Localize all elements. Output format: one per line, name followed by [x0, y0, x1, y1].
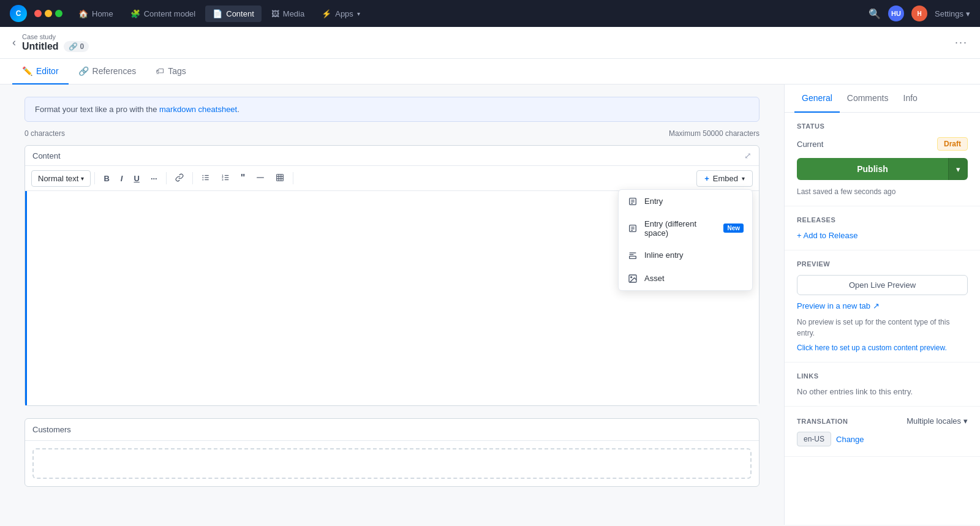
svg-point-5	[202, 179, 203, 180]
change-locale-link[interactable]: Change	[836, 435, 864, 444]
sidebar-tab-info[interactable]: Info	[896, 85, 925, 113]
translation-section: TRANSLATION Multiple locales ▾ en-US Cha…	[785, 407, 980, 457]
max-char-count: Maximum 50000 characters	[669, 129, 760, 138]
customers-box: Customers	[24, 418, 760, 487]
editor-header: Content ⤢	[25, 146, 759, 166]
toolbar-divider-4	[293, 172, 293, 184]
avatar[interactable]: HU	[888, 6, 904, 21]
svg-text:3: 3	[222, 178, 224, 181]
right-sidebar: General Comments Info STATUS Current Dra…	[784, 85, 980, 525]
entry-type-label: Case study	[22, 33, 89, 40]
publish-caret-button[interactable]: ▾	[948, 158, 968, 180]
bullet-list-icon	[202, 173, 210, 184]
preview-label: PREVIEW	[797, 260, 968, 268]
embed-option-inline-entry[interactable]: Inline entry	[619, 244, 752, 267]
asset-icon	[627, 273, 638, 284]
preview-new-tab-link[interactable]: Preview in a new tab ↗	[797, 301, 968, 310]
chevron-down-icon: ▾	[956, 165, 960, 174]
toolbar-divider-3	[192, 172, 193, 184]
app-logo[interactable]: C	[10, 5, 27, 22]
quote-icon: "	[241, 173, 246, 184]
tab-tags[interactable]: 🏷 Tags	[146, 59, 196, 85]
settings-button[interactable]: Settings ▾	[935, 9, 970, 18]
content-area: Format your text like a pro with the mar…	[0, 85, 784, 525]
inline-entry-icon	[627, 250, 638, 261]
avatar-secondary[interactable]: H	[911, 6, 927, 21]
bold-button[interactable]: B	[99, 171, 114, 186]
embed-option-entry-different-space[interactable]: Entry (different space) New	[619, 213, 752, 244]
setup-preview-link[interactable]: Click here to set up a custom content pr…	[797, 344, 947, 352]
puzzle-icon: 🧩	[130, 9, 140, 18]
nav-item-media[interactable]: 🖼 Media	[264, 6, 312, 22]
table-button[interactable]	[271, 170, 289, 187]
plus-icon: +	[704, 174, 709, 183]
customers-dashed-area[interactable]	[32, 448, 752, 479]
sidebar-tab-general[interactable]: General	[794, 85, 840, 113]
status-badge: Draft	[937, 137, 968, 151]
chevron-down-icon: ▾	[81, 175, 84, 182]
publish-btn-row: Publish ▾	[797, 158, 968, 180]
tab-references[interactable]: 🔗 References	[69, 59, 146, 85]
window-close-dot[interactable]	[34, 10, 42, 17]
nav-item-apps[interactable]: ⚡ Apps ▾	[314, 6, 368, 22]
embed-option-entry[interactable]: Entry	[619, 190, 752, 213]
more-options-button[interactable]: ···	[955, 36, 968, 49]
back-button[interactable]: ‹	[12, 36, 16, 49]
hr-icon	[256, 173, 265, 184]
releases-section: RELEASES + Add to Release	[785, 206, 980, 250]
customers-header: Customers	[25, 419, 759, 441]
nav-left: C 🏠 Home 🧩 Content model 📄 Content 🖼 Med…	[10, 5, 368, 22]
sidebar-tabs: General Comments Info	[785, 85, 980, 113]
preview-section: PREVIEW Open Live Preview Preview in a n…	[785, 250, 980, 363]
chevron-down-icon: ▾	[966, 9, 970, 18]
current-char-count: 0 characters	[24, 129, 65, 138]
embed-container: + Embed ▾ Entry	[696, 170, 753, 187]
bullet-list-button[interactable]	[197, 170, 215, 187]
text-style-dropdown[interactable]: Normal text ▾	[31, 170, 91, 187]
links-section-label: LINKS	[797, 372, 968, 380]
status-row: Current Draft	[797, 137, 968, 151]
media-icon: 🖼	[271, 9, 279, 18]
nav-item-content[interactable]: 📄 Content	[205, 6, 262, 22]
sidebar-tab-comments[interactable]: Comments	[840, 85, 896, 113]
nav-item-content-model[interactable]: 🧩 Content model	[123, 6, 203, 22]
editor-label: Content	[32, 151, 61, 160]
link-badge: 🔗 0	[64, 41, 89, 52]
entry-info: Case study Untitled 🔗 0	[22, 33, 89, 52]
markdown-cheatsheet-link[interactable]: markdown cheatsheet	[159, 105, 237, 114]
more-formatting-button[interactable]: ···	[146, 171, 162, 186]
tab-editor[interactable]: ✏️ Editor	[12, 59, 69, 85]
tags-icon: 🏷	[156, 66, 164, 76]
window-min-dot[interactable]	[45, 10, 52, 17]
home-icon: 🏠	[78, 9, 88, 18]
external-link-icon: ↗	[873, 301, 880, 310]
nav-item-home[interactable]: 🏠 Home	[71, 6, 121, 22]
svg-point-3	[202, 175, 203, 176]
embed-button[interactable]: + Embed ▾	[696, 170, 753, 187]
chevron-down-icon: ▾	[357, 10, 360, 17]
top-navigation: C 🏠 Home 🧩 Content model 📄 Content 🖼 Med…	[0, 0, 980, 27]
editor-toolbar: Normal text ▾ B I U ···	[25, 166, 759, 191]
underline-button[interactable]: U	[129, 171, 144, 186]
expand-icon[interactable]: ⤢	[744, 151, 752, 160]
embed-option-asset[interactable]: Asset	[619, 267, 752, 290]
search-icon[interactable]: 🔍	[869, 8, 881, 20]
add-to-release-link[interactable]: + Add to Release	[797, 231, 968, 240]
publish-button[interactable]: Publish	[797, 158, 948, 180]
entry-icon	[627, 196, 638, 207]
numbered-list-button[interactable]: 123	[216, 170, 235, 187]
status-section: STATUS Current Draft Publish ▾ Last save…	[785, 113, 980, 206]
no-entries-text: No other entries link to this entry.	[797, 387, 968, 396]
locale-selector[interactable]: Multiple locales ▾	[907, 416, 968, 426]
translation-label: TRANSLATION	[797, 418, 848, 425]
char-count-row: 0 characters Maximum 50000 characters	[24, 129, 760, 138]
hr-button[interactable]	[251, 170, 270, 187]
references-icon: 🔗	[78, 66, 89, 76]
entry-diff-icon	[627, 223, 638, 234]
quote-button[interactable]: "	[236, 170, 251, 187]
italic-button[interactable]: I	[116, 171, 128, 186]
link-button[interactable]	[170, 170, 189, 187]
open-live-preview-button[interactable]: Open Live Preview	[797, 275, 968, 295]
content-icon: 📄	[213, 9, 222, 18]
window-max-dot[interactable]	[55, 10, 62, 17]
